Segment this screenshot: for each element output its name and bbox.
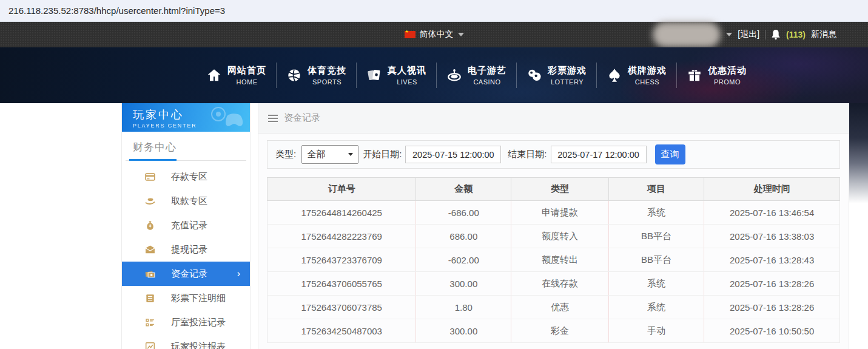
sidebar-item-withdrawal-record[interactable]: 提现记录 xyxy=(122,237,250,262)
sidebar-menu: 存款专区取款专区充值记录提现记录资金记录›彩票下注明细厅室投注记录玩家投注报表 xyxy=(122,161,250,349)
sidebar-item-label: 彩票下注明细 xyxy=(171,293,226,304)
nav-item-casino[interactable]: 电子游艺CASINO xyxy=(437,65,516,86)
browser-address-bar[interactable]: 216.118.235.52:8783/hhcp/usercenter.html… xyxy=(0,0,868,22)
sidebar-item-player-bet-report[interactable]: 玩家投注报表 xyxy=(122,334,250,349)
table-row: 1752634250487003300.00彩金手动2025-07-16 10:… xyxy=(267,319,840,343)
sidebar-item-withdraw-zone[interactable]: 取款专区 xyxy=(122,189,250,213)
bell-icon[interactable] xyxy=(771,29,781,40)
nav-item-title: 网站首页 xyxy=(227,65,266,76)
logout-button[interactable]: [退出] xyxy=(738,29,759,40)
sidebar-item-label: 存款专区 xyxy=(171,171,207,183)
table-cell: 彩金 xyxy=(511,319,608,343)
table-cell: BB平台 xyxy=(608,248,704,272)
sidebar-item-recharge-record[interactable]: 充值记录 xyxy=(122,213,250,237)
start-date-input[interactable] xyxy=(405,146,501,163)
nav-item-promo[interactable]: 优惠活动PROMO xyxy=(677,65,756,86)
funds-record-table: 订单号金额类型项目处理时间 1752644814260425-686.00申请提… xyxy=(267,177,840,343)
table-row: 1752644282223769686.00额度转入BB平台2025-07-16… xyxy=(267,225,840,248)
nav-item-subtitle: HOME xyxy=(227,78,266,86)
search-button[interactable]: 查询 xyxy=(655,144,685,164)
column-header: 处理时间 xyxy=(704,178,840,201)
cards-icon xyxy=(366,67,382,83)
report-chart-icon xyxy=(145,342,155,349)
list-icon xyxy=(145,317,155,328)
nav-item-lives[interactable]: 真人视讯LIVES xyxy=(357,65,436,86)
nav-item-sports[interactable]: 体育竞技SPORTS xyxy=(277,65,356,86)
sidebar-item-funds-record[interactable]: 资金记录› xyxy=(122,262,250,286)
type-select-value: 全部 xyxy=(307,149,325,160)
table-cell: 1752644282223769 xyxy=(267,225,416,248)
chevron-down-icon[interactable] xyxy=(726,33,732,36)
chevron-down-icon xyxy=(458,33,464,36)
end-date-label: 结束日期: xyxy=(508,149,547,160)
hand-money-icon xyxy=(145,196,155,206)
table-cell: 系统 xyxy=(608,296,704,319)
roulette-icon xyxy=(446,67,462,83)
breadcrumb: 资金记录 xyxy=(258,103,849,134)
column-header: 金额 xyxy=(416,178,511,201)
table-row: 17526437060737851.80优惠系统2025-07-16 13:28… xyxy=(267,296,840,319)
table-cell: 系统 xyxy=(608,272,704,296)
table-cell: BB平台 xyxy=(608,225,704,248)
nav-item-title: 电子游艺 xyxy=(468,65,506,76)
home-icon xyxy=(206,67,222,83)
table-cell: 系统 xyxy=(608,201,704,225)
main-nav-list: 网站首页HOME体育竞技SPORTS真人视讯LIVES电子游艺CASINO彩票游… xyxy=(0,47,868,103)
filter-bar: 类型: 全部 开始日期: 结束日期: 查询 xyxy=(267,140,840,169)
envelope-money-icon xyxy=(145,245,155,255)
table-cell: 300.00 xyxy=(416,272,511,296)
sidebar-item-deposit-zone[interactable]: 存款专区 xyxy=(122,164,250,189)
nav-item-subtitle: LOTTERY xyxy=(548,78,587,86)
nav-item-subtitle: LIVES xyxy=(388,78,426,86)
table-cell: 1752634250487003 xyxy=(267,319,416,343)
ledger-icon xyxy=(145,293,155,303)
table-cell: 1752643723376709 xyxy=(267,248,416,272)
table-header-row: 订单号金额类型项目处理时间 xyxy=(267,178,840,201)
table-cell: -602.00 xyxy=(416,248,511,272)
spade-icon xyxy=(607,67,622,83)
sidebar-item-label: 资金记录 xyxy=(171,268,207,280)
table-cell: 2025-07-16 13:46:54 xyxy=(704,201,840,225)
type-label: 类型: xyxy=(275,149,296,160)
sidebar-item-label: 提现记录 xyxy=(171,244,207,256)
page: 216.118.235.52:8783/hhcp/usercenter.html… xyxy=(0,0,868,349)
column-header: 订单号 xyxy=(267,178,416,201)
message-label[interactable]: 新消息 xyxy=(811,29,836,40)
table-cell: 2025-07-16 13:38:03 xyxy=(704,225,840,248)
menu-icon xyxy=(268,115,278,122)
message-count[interactable]: (113) xyxy=(786,30,806,39)
sidebar: 玩家中心 PLAYERS CENTER 财务中心 存款专区取款专区充值记录提现记… xyxy=(121,103,251,349)
banknotes-icon xyxy=(145,269,155,279)
sidebar-item-label: 充值记录 xyxy=(171,220,207,231)
table-cell: 1752644814260425 xyxy=(267,201,416,225)
table-cell: 优惠 xyxy=(511,296,608,319)
nav-item-lottery[interactable]: 彩票游戏LOTTERY xyxy=(517,65,596,86)
table-cell: 686.00 xyxy=(416,225,511,248)
table-row: 1752644814260425-686.00申请提款系统2025-07-16 … xyxy=(267,201,840,225)
end-date-input[interactable] xyxy=(551,146,647,163)
sports-ball-icon xyxy=(286,67,302,83)
table-cell: 在线存款 xyxy=(511,272,608,296)
gift-icon xyxy=(687,67,702,83)
sidebar-item-label: 玩家投注报表 xyxy=(171,341,226,349)
start-date-label: 开始日期: xyxy=(363,149,402,160)
username-redacted[interactable] xyxy=(653,22,721,47)
nav-item-title: 真人视讯 xyxy=(388,65,426,76)
nav-item-home[interactable]: 网站首页HOME xyxy=(197,65,276,86)
sidebar-item-hall-bet-record[interactable]: 厅室投注记录 xyxy=(122,310,250,334)
language-selector[interactable]: 简体中文 xyxy=(405,29,464,40)
sidebar-item-lottery-bet-detail[interactable]: 彩票下注明细 xyxy=(122,286,250,310)
nav-item-subtitle: PROMO xyxy=(708,78,747,86)
nav-item-title: 优惠活动 xyxy=(708,65,747,76)
table-cell: -686.00 xyxy=(416,201,511,225)
table-row: 1752643706055765300.00在线存款系统2025-07-16 1… xyxy=(267,272,840,296)
page-url: 216.118.235.52:8783/hhcp/usercenter.html… xyxy=(8,5,225,16)
type-select[interactable]: 全部 xyxy=(301,145,358,164)
divider xyxy=(765,30,765,39)
table-cell: 1.80 xyxy=(416,296,511,319)
bank-card-icon xyxy=(145,172,155,182)
table-cell: 额度转入 xyxy=(511,225,608,248)
language-label: 简体中文 xyxy=(420,29,454,40)
nav-item-chess[interactable]: 棋牌游戏CHESS xyxy=(597,65,676,86)
table-cell: 2025-07-16 13:28:26 xyxy=(704,272,840,296)
